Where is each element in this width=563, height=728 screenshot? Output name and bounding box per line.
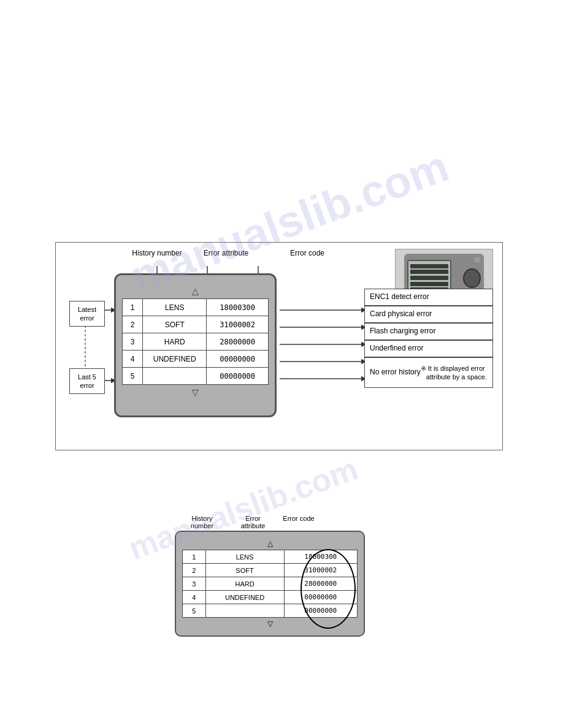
- error-descriptions: ENC1 detect error Card physical error Fl…: [364, 289, 493, 388]
- row4-attr: UNDEFINED: [143, 351, 207, 368]
- row5-attr: [143, 368, 207, 385]
- s-row3-num: 3: [183, 577, 206, 591]
- main-diagram: History number Error attribute Error cod…: [55, 242, 503, 450]
- table-row: 3 HARD 28000000: [123, 333, 269, 351]
- latest-error-label: Latesterror: [69, 301, 105, 327]
- small-up-arrow: △: [267, 539, 273, 548]
- table-row: 5 00000000: [183, 604, 358, 618]
- s-row5-attr: [205, 604, 284, 618]
- row5-num: 5: [123, 368, 143, 385]
- table-row: 5 00000000: [123, 368, 269, 385]
- attribute-label: Error attribute: [191, 249, 261, 257]
- row1-attr: LENS: [143, 299, 207, 316]
- small-history-label: History number: [182, 515, 222, 529]
- table-row: 1 LENS 18000300: [183, 550, 358, 564]
- table-row: 3 HARD 28000000: [183, 577, 358, 591]
- error1-box: ENC1 detect error: [364, 289, 493, 306]
- s-row1-code: 18000300: [284, 550, 357, 564]
- error5-box: No error history※ It is displayed error …: [364, 357, 493, 388]
- small-down-arrow: ▽: [267, 620, 273, 628]
- column-labels: History number Error attribute Error cod…: [129, 249, 405, 257]
- s-row4-num: 4: [183, 591, 206, 604]
- s-row2-num: 2: [183, 564, 206, 577]
- error3-box: Flash charging error: [364, 323, 493, 340]
- small-lcd-wrapper: △ 1 LENS 18000300 2 SOFT 31000002 3 HARD…: [175, 531, 383, 637]
- s-row3-attr: HARD: [205, 577, 284, 591]
- error2-box: Card physical error: [364, 306, 493, 323]
- s-row1-attr: LENS: [205, 550, 284, 564]
- down-arrow: ▽: [192, 387, 199, 397]
- last5-error-box: Last 5error: [69, 368, 105, 394]
- row5-code: 00000000: [207, 368, 269, 385]
- last5-error-label: Last 5error: [69, 368, 105, 394]
- s-row3-code: 28000000: [284, 577, 357, 591]
- up-arrow: △: [192, 286, 199, 296]
- row4-num: 4: [123, 351, 143, 368]
- row3-num: 3: [123, 333, 143, 351]
- error4-box: Underfined error: [364, 340, 493, 357]
- s-row5-code: 00000000: [284, 604, 357, 618]
- table-row: 4 UNDEFINED 00000000: [123, 351, 269, 368]
- small-lcd-table: 1 LENS 18000300 2 SOFT 31000002 3 HARD 2…: [182, 550, 358, 618]
- code-label: Error code: [280, 249, 335, 257]
- small-column-labels: History number Error attribute Error cod…: [182, 515, 383, 529]
- row3-attr: HARD: [143, 333, 207, 351]
- table-row: 4 UNDEFINED 00000000: [183, 591, 358, 604]
- table-row: 1 LENS 18000300: [123, 299, 269, 316]
- row2-attr: SOFT: [143, 316, 207, 333]
- s-row5-num: 5: [183, 604, 206, 618]
- s-row4-attr: UNDEFINED: [205, 591, 284, 604]
- lcd-device: △ 1 LENS 18000300 2 SOFT 31000002 3 HARD…: [114, 273, 277, 417]
- s-row1-num: 1: [183, 550, 206, 564]
- row1-num: 1: [123, 299, 143, 316]
- table-row: 2 SOFT 31000002: [183, 564, 358, 577]
- row2-num: 2: [123, 316, 143, 333]
- small-code-label: Error code: [280, 515, 317, 529]
- row3-code: 28000000: [207, 333, 269, 351]
- history-label: History number: [129, 249, 185, 257]
- s-row2-code: 31000002: [284, 564, 357, 577]
- s-row2-attr: SOFT: [205, 564, 284, 577]
- row2-code: 31000002: [207, 316, 269, 333]
- small-attribute-label: Error attribute: [233, 515, 273, 529]
- row1-code: 18000300: [207, 299, 269, 316]
- table-row: 2 SOFT 31000002: [123, 316, 269, 333]
- s-row4-code: 00000000: [284, 591, 357, 604]
- small-lcd-device: △ 1 LENS 18000300 2 SOFT 31000002 3 HARD…: [175, 531, 365, 637]
- lcd-table: 1 LENS 18000300 2 SOFT 31000002 3 HARD 2…: [122, 298, 269, 385]
- row4-code: 00000000: [207, 351, 269, 368]
- small-diagram-area: History number Error attribute Error cod…: [175, 515, 383, 637]
- latest-error-box: Latesterror: [69, 301, 105, 327]
